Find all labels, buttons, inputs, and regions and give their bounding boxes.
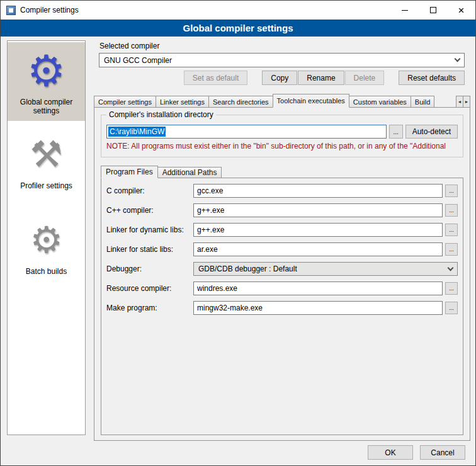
ok-button[interactable]: OK	[368, 445, 413, 460]
form-row: Debugger: GDB/CDB debugger : Default	[106, 262, 458, 276]
arrow-left-icon: ◄	[458, 99, 462, 104]
browse-button[interactable]: ...	[445, 302, 458, 314]
cpp-compiler-input[interactable]	[193, 203, 443, 217]
maximize-icon	[430, 7, 436, 13]
form-row: C compiler: ...	[106, 184, 458, 198]
copy-button[interactable]: Copy	[262, 71, 297, 85]
tab-scroll-right-button[interactable]: ►	[463, 96, 470, 108]
cancel-button[interactable]: Cancel	[420, 445, 465, 460]
dialog-header: Global compiler settings	[1, 20, 475, 37]
sidebar-item-label: Batch builds	[26, 267, 67, 276]
close-icon: ×	[458, 5, 465, 16]
dialog-footer: OK Cancel	[368, 445, 465, 460]
compiler-settings-dialog: Compiler settings × Global compiler sett…	[0, 0, 476, 466]
resource-compiler-input[interactable]	[193, 281, 443, 295]
main-tab-strip: Compiler settings Linker settings Search…	[94, 94, 470, 108]
make-program-label: Make program:	[106, 304, 193, 312]
minimize-button[interactable]	[390, 1, 419, 20]
chevron-down-icon	[455, 56, 461, 62]
window-title: Compiler settings	[20, 6, 390, 14]
tab-search-directories[interactable]: Search directories	[208, 96, 273, 108]
cpp-compiler-label: C++ compiler:	[106, 206, 193, 215]
debugger-select[interactable]: GDB/CDB debugger : Default	[193, 262, 458, 276]
dialog-header-title: Global compiler settings	[183, 23, 293, 33]
hammer-icon: ⚒	[30, 130, 63, 179]
arrow-right-icon: ►	[465, 99, 469, 104]
selected-compiler-value: GNU GCC Compiler	[104, 56, 172, 65]
browse-button[interactable]: ...	[445, 185, 458, 197]
form-row: Resource compiler: ...	[106, 281, 458, 295]
reset-defaults-button[interactable]: Reset defaults	[399, 71, 465, 85]
tab-compiler-settings[interactable]: Compiler settings	[94, 96, 156, 108]
form-row: Linker for static libs: ...	[106, 242, 458, 256]
c-compiler-input[interactable]	[193, 184, 443, 198]
tab-linker-settings[interactable]: Linker settings	[156, 96, 209, 108]
resource-compiler-label: Resource compiler:	[106, 284, 193, 293]
browse-button[interactable]: ...	[445, 282, 458, 295]
sidebar-item-global-compiler-settings[interactable]: ⚙ Global compiler settings	[8, 42, 85, 121]
gears-icon: ⚙	[30, 215, 63, 264]
gear-icon: ⚙	[27, 46, 65, 95]
program-files-tab-strip: Program Files Additional Paths	[101, 166, 221, 178]
set-as-default-button: Set as default	[184, 71, 247, 85]
form-row: C++ compiler: ...	[106, 203, 458, 217]
installation-directory-row: C:\raylib\MinGW ... Auto-detect	[106, 125, 458, 139]
toolchain-executables-panel: Compiler's installation directory C:\ray…	[94, 107, 470, 441]
auto-detect-button[interactable]: Auto-detect	[405, 125, 458, 139]
debugger-label: Debugger:	[106, 264, 193, 273]
install-dir-value: C:\raylib\MinGW	[108, 127, 166, 137]
app-icon	[6, 6, 16, 15]
browse-install-dir-button[interactable]: ...	[389, 125, 403, 139]
delete-button: Delete	[345, 71, 385, 85]
c-compiler-label: C compiler:	[106, 186, 193, 195]
tab-build-options[interactable]: Build	[411, 96, 434, 108]
bin-subdirectory-note: NOTE: All programs must exist either in …	[106, 142, 458, 151]
sidebar-item-profiler-settings[interactable]: ⚒ Profiler settings	[8, 126, 85, 195]
sidebar-item-batch-builds[interactable]: ⚙ Batch builds	[8, 212, 85, 281]
selected-compiler-label: Selected compiler	[99, 42, 159, 50]
dynamic-linker-input[interactable]	[193, 223, 443, 237]
make-program-input[interactable]	[193, 301, 443, 315]
form-row: Make program: ...	[106, 301, 458, 315]
chevron-down-icon	[448, 264, 454, 271]
sidebar-item-label: Global compiler settings	[9, 98, 84, 116]
close-button[interactable]: ×	[447, 1, 475, 20]
installation-directory-title: Compiler's installation directory	[106, 110, 216, 119]
tab-scroll-buttons: ◄ ►	[456, 96, 470, 108]
tab-custom-variables[interactable]: Custom variables	[349, 96, 411, 108]
browse-button[interactable]: ...	[445, 224, 458, 236]
static-linker-input[interactable]	[193, 242, 443, 256]
form-row: Linker for dynamic libs: ...	[106, 223, 458, 237]
tab-additional-paths[interactable]: Additional Paths	[157, 167, 222, 178]
main-tabs: Compiler settings Linker settings Search…	[94, 94, 456, 108]
settings-category-sidebar: ⚙ Global compiler settings ⚒ Profiler se…	[7, 40, 86, 435]
installation-directory-group: Compiler's installation directory C:\ray…	[101, 115, 463, 157]
compiler-actions: Set as default Copy Rename Delete Reset …	[99, 71, 465, 85]
debugger-value: GDB/CDB debugger : Default	[198, 264, 297, 273]
tab-program-files[interactable]: Program Files	[101, 166, 158, 178]
minimize-icon	[402, 10, 408, 11]
maximize-button[interactable]	[419, 1, 447, 20]
browse-button[interactable]: ...	[445, 204, 458, 217]
tab-toolchain-executables[interactable]: Toolchain executables	[273, 94, 349, 108]
sidebar-item-label: Profiler settings	[20, 181, 72, 190]
dynamic-linker-label: Linker for dynamic libs:	[106, 225, 193, 234]
rename-button[interactable]: Rename	[298, 71, 344, 85]
title-bar[interactable]: Compiler settings ×	[1, 1, 475, 20]
install-dir-input[interactable]: C:\raylib\MinGW	[106, 125, 387, 139]
static-linker-label: Linker for static libs:	[106, 245, 193, 254]
selected-compiler-dropdown[interactable]: GNU GCC Compiler	[99, 53, 465, 67]
program-files-panel: C compiler: ... C++ compiler: ... Linker…	[101, 178, 463, 435]
browse-button[interactable]: ...	[445, 243, 458, 256]
